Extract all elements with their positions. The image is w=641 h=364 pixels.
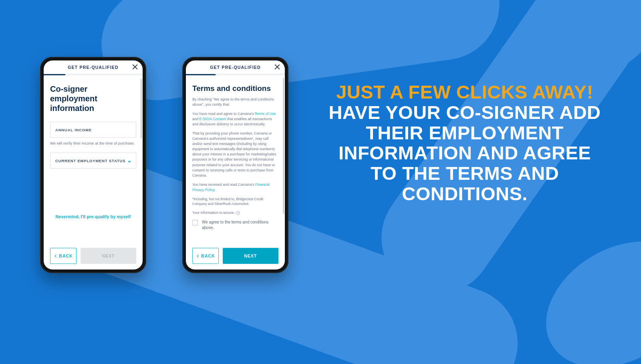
checkbox-label: We agree to the terms and conditions abo… — [202, 219, 278, 230]
next-label: NEXT — [102, 253, 115, 258]
text: You have received and read Carvana's — [192, 183, 255, 187]
scrollbar[interactable] — [141, 78, 142, 139]
terms-phone-consent: That by providing your phone number, Car… — [192, 131, 278, 178]
terms-intro: By checking "We agree to the terms and c… — [192, 97, 278, 107]
terms-of-use-link[interactable]: Terms of Use — [255, 112, 276, 116]
nevermind-link[interactable]: Nevermind, I'll pre-qualify by myself — [44, 214, 143, 219]
field-label: ANNUAL INCOME — [55, 128, 92, 132]
field-label: CURRENT EMPLOYMENT STATUS — [55, 159, 125, 163]
decor-swoosh — [524, 216, 641, 364]
next-button[interactable]: NEXT — [223, 248, 278, 264]
back-button[interactable]: BACK — [50, 248, 77, 264]
page-heading: Terms and conditions — [192, 84, 278, 93]
phone-mockup-terms: GET PRE-QUALIFIED Terms and conditions B… — [182, 57, 288, 273]
close-icon[interactable] — [274, 63, 281, 70]
agree-checkbox-row[interactable]: We agree to the terms and conditions abo… — [192, 219, 278, 230]
info-icon[interactable]: ? — [236, 211, 240, 215]
annual-income-field[interactable]: ANNUAL INCOME — [50, 122, 136, 138]
terms-privacy: You have received and read Carvana's Fin… — [192, 182, 278, 193]
income-verify-hint: We will verify their income at the time … — [50, 141, 136, 145]
employment-status-select[interactable]: CURRENT EMPLOYMENT STATUS — [50, 153, 136, 169]
esign-consent-link[interactable]: E-SIGN Consent — [200, 117, 226, 121]
modal-title: GET PRE-QUALIFIED — [210, 65, 261, 70]
close-icon[interactable] — [131, 63, 139, 70]
slide-caption: JUST A FEW CLICKS AWAY! HAVE YOUR CO-SIG… — [329, 82, 601, 204]
modal-footer: BACK NEXT — [186, 243, 285, 269]
caption-accent: JUST A FEW CLICKS AWAY! — [336, 81, 593, 103]
back-label: BACK — [59, 253, 73, 258]
secure-note: Your information is secure.? — [192, 210, 278, 215]
next-button-disabled: NEXT — [81, 248, 136, 264]
modal-footer: BACK NEXT — [44, 243, 143, 269]
text: . — [214, 188, 216, 192]
chevron-left-icon — [196, 254, 200, 258]
scrollbar[interactable] — [283, 78, 284, 214]
caption-text: JUST A FEW CLICKS AWAY! HAVE YOUR CO-SIG… — [329, 82, 601, 204]
checkbox-icon[interactable] — [192, 220, 198, 225]
modal-body: Terms and conditions By checking "We agr… — [186, 75, 285, 243]
back-label: BACK — [201, 253, 215, 258]
next-label: NEXT — [244, 253, 257, 258]
caption-rest: HAVE YOUR CO-SIGNER ADD THEIR EMPLOYMENT… — [329, 102, 601, 204]
back-button[interactable]: BACK — [192, 248, 219, 264]
text: You have read and agree to Carvana's — [192, 112, 255, 116]
modal-header: GET PRE-QUALIFIED — [186, 60, 285, 74]
modal-title: GET PRE-QUALIFIED — [68, 65, 119, 70]
phone-screen: GET PRE-QUALIFIED Co-signer employment i… — [44, 60, 143, 269]
modal-header: GET PRE-QUALIFIED — [44, 60, 143, 74]
terms-read-agree: You have read and agree to Carvana's Ter… — [192, 111, 278, 127]
chevron-down-icon — [127, 159, 132, 166]
secure-text: Your information is secure. — [192, 211, 235, 215]
terms-footnote: *Including, but not limited to, Bridgecr… — [192, 197, 278, 207]
phone-mockup-employment: GET PRE-QUALIFIED Co-signer employment i… — [40, 57, 146, 273]
phone-screen: GET PRE-QUALIFIED Terms and conditions B… — [186, 60, 285, 269]
marketing-slide: GET PRE-QUALIFIED Co-signer employment i… — [0, 0, 641, 364]
modal-body: Co-signer employment information ANNUAL … — [44, 75, 143, 243]
chevron-left-icon — [54, 254, 57, 258]
page-heading: Co-signer employment information — [50, 84, 136, 113]
text: and — [192, 117, 200, 121]
